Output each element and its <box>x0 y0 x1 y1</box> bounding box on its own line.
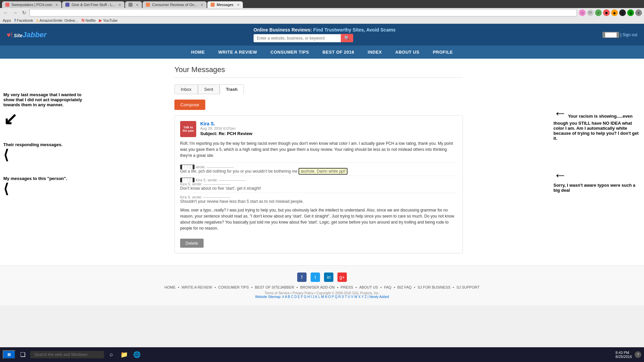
nav-profile[interactable]: PROFILE <box>426 46 460 59</box>
star-icon[interactable]: ☆ <box>579 9 586 16</box>
google-social-icon[interactable]: g+ <box>337 273 347 282</box>
footer-faq[interactable]: FAQ <box>384 285 391 289</box>
nav-best-of[interactable]: BEST OF 2016 <box>316 46 361 59</box>
ext-green-icon[interactable]: ✓ <box>595 9 602 16</box>
bookmark-netflix[interactable]: N Netflix <box>82 18 96 23</box>
tab-favicon <box>211 3 215 7</box>
site-header: ♥! SiteJabber Online Business Reviews: F… <box>0 24 644 46</box>
tab-close[interactable]: ✕ <box>201 3 203 7</box>
tab-trash[interactable]: Trash <box>220 84 244 94</box>
tab-mail[interactable]: ✕ <box>125 1 142 8</box>
footer-biz-faq[interactable]: BIZ FAQ <box>397 285 412 289</box>
message-thread: Talk to the paw Kira S. Aug 29, 2016 6:0… <box>174 115 463 253</box>
annotation-text-3: My messages to this "person". <box>3 176 67 181</box>
annotation-their-response: Their responding messages. ⟨ <box>3 142 84 163</box>
logo-jabber: Jabber <box>22 31 47 39</box>
quoted-2-kira-label: Kira S. wrote: ---------------------- <box>180 182 457 186</box>
tab-messages[interactable]: Messages ✕ <box>207 1 243 8</box>
search-input[interactable] <box>254 34 341 42</box>
logo-icon: ♥! <box>7 31 12 39</box>
quoted-section-1: ████ wrote: ---------------------- Get a… <box>180 163 457 174</box>
bookmark-youtube[interactable]: ▶ YouTube <box>99 18 117 23</box>
arrow-icon-right-2: ← <box>553 168 641 183</box>
bookmark-apps[interactable]: Apps <box>3 18 11 22</box>
nav-about-us[interactable]: ABOUT US <box>389 46 426 59</box>
tab-pch[interactable]: Sweepstakes | PCH.com ✕ <box>2 1 61 8</box>
footer-sitemap[interactable]: Website Sitemap: # A B C D E F G H I J K… <box>7 295 637 299</box>
bookmark-facebook-label: Facebook <box>17 18 33 22</box>
footer-consumer-tips[interactable]: CONSUMER TIPS <box>218 285 249 289</box>
amazon-icon: a <box>36 18 39 23</box>
message-body-1: Rofl, I'm reporting you by the way for b… <box>180 140 457 159</box>
footer-home[interactable]: HOME <box>164 285 175 289</box>
compose-button[interactable]: Compose <box>174 100 205 110</box>
right-annotations: ← Your racism is showing.....even though… <box>550 59 644 265</box>
tab-close[interactable]: ✕ <box>237 3 239 7</box>
back-button[interactable]: ← <box>2 9 9 16</box>
tab-bar: Sweepstakes | PCH.com ✕ Give & Get Free … <box>2 1 642 8</box>
tab-label: Give & Get Free Stuff - L... <box>71 3 115 7</box>
annotation-racism: ← Your racism is showing.....even though… <box>553 106 641 141</box>
arrow-icon-1: ↙ <box>3 109 84 129</box>
tab-favicon <box>5 3 9 7</box>
message-header: Talk to the paw Kira S. Aug 29, 2016 6:0… <box>180 121 457 137</box>
ext-red-icon[interactable]: ⏺ <box>603 9 610 16</box>
sender-name[interactable]: Kira S. <box>200 121 252 126</box>
tab-consumer-reviews[interactable]: Consumer Reviews of On... ✕ <box>143 1 207 8</box>
tab-inbox[interactable]: Inbox <box>174 84 198 94</box>
address-input[interactable]: https://www.sitejabber.com/ <box>30 9 577 16</box>
refresh-button[interactable]: ↻ <box>21 9 28 16</box>
bookmark-facebook[interactable]: f Facebook <box>14 18 33 23</box>
twitter-social-icon[interactable]: t <box>311 273 320 282</box>
ext-amazon-icon[interactable]: a <box>619 9 626 16</box>
footer-press[interactable]: PRESS <box>341 285 353 289</box>
tab-label: Sweepstakes | PCH.com <box>11 3 52 7</box>
nav-write-review[interactable]: WRITE A REVIEW <box>212 46 264 59</box>
address-bar-row: ← → ↻ https://www.sitejabber.com/ ☆ 🛡 ✓ … <box>0 8 644 17</box>
tab-label: Messages <box>217 3 233 7</box>
tab-favicon <box>146 3 150 7</box>
sender-date: Aug 29, 2016 6:07pm <box>200 126 252 130</box>
ext-orange-icon[interactable]: ◆ <box>611 9 618 16</box>
footer-browser-addon[interactable]: BROWSER ADD-ON <box>300 285 335 289</box>
facebook-social-icon[interactable]: f <box>297 273 307 282</box>
forward-button[interactable]: → <box>11 9 19 16</box>
footer-write-review[interactable]: WRITE A REVIEW <box>181 285 212 289</box>
ext-sj-icon[interactable]: sj <box>627 9 634 16</box>
quoted-section-2: ████ Kira S. wrote: --------------------… <box>180 176 457 191</box>
footer-sj-support[interactable]: SJ SUPPORT <box>457 285 480 289</box>
tab-free-stuff[interactable]: Give & Get Free Stuff - L... ✕ <box>62 1 124 8</box>
arrow-icon-3: ⟨ <box>3 181 84 196</box>
message-subject: Subject: Re: PCH Review <box>200 131 252 136</box>
nav-index[interactable]: INDEX <box>361 46 388 59</box>
logo-site: Site <box>14 33 22 38</box>
message-tabs: Inbox Sent Trash <box>174 84 463 94</box>
extension-icon[interactable]: 🛡 <box>587 9 594 16</box>
tab-close[interactable]: ✕ <box>136 3 139 7</box>
sender-details: Kira S. Aug 29, 2016 6:07pm Subject: Re:… <box>200 121 252 136</box>
tab-sent[interactable]: Sent <box>198 84 220 94</box>
bookmark-amazon[interactable]: a AmazonSmile: Online... <box>36 18 78 23</box>
nav-consumer-tips[interactable]: CONSUMER TIPS <box>264 46 316 59</box>
menu-icon[interactable]: ≡ <box>635 9 642 16</box>
main-nav: HOME WRITE A REVIEW CONSUMER TIPS BEST O… <box>0 46 644 59</box>
footer-about[interactable]: ABOUT US <box>359 285 378 289</box>
header-middle: Online Business Reviews: Find Trustworth… <box>254 27 396 42</box>
footer-nav: HOME • WRITE A REVIEW • CONSUMER TIPS • … <box>7 285 637 289</box>
footer-best[interactable]: BEST OF SITEJABBER <box>255 285 294 289</box>
tab-close[interactable]: ✕ <box>55 3 58 7</box>
linkedin-social-icon[interactable]: in <box>324 273 333 282</box>
delete-button[interactable]: Delete <box>180 239 204 248</box>
search-button[interactable]: 🔍 <box>341 34 353 42</box>
nav-home[interactable]: HOME <box>184 46 212 59</box>
header-tagline: Online Business Reviews: Find Trustworth… <box>254 27 396 33</box>
youtube-icon: ▶ <box>99 18 102 23</box>
quoted-section-3: Kira S. wrote: ---------------------- Sh… <box>180 193 457 204</box>
page-title: Your Messages <box>174 65 463 78</box>
footer-sj-business[interactable]: SJ FOR BUSINESS <box>418 285 450 289</box>
footer-social: f t in g+ <box>7 273 637 282</box>
sign-out-link[interactable]: Sign out <box>623 33 637 37</box>
tagline-bold: Online Business Reviews: <box>254 27 312 33</box>
tab-close[interactable]: ✕ <box>118 3 121 7</box>
avatar: Talk to the paw <box>180 121 196 137</box>
